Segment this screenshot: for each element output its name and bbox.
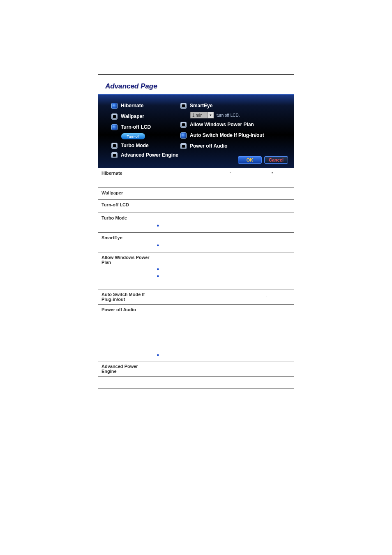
table-row: Allow Windows Power Plan ● ● — [98, 252, 294, 289]
option-auto-switch-mode[interactable]: Auto Switch Mode If Plug-in/out — [180, 132, 264, 139]
option-label: Power off Audio — [190, 143, 228, 149]
dropdown-suffix: turn off LCD. — [217, 113, 240, 118]
lcd-timeout-dropdown[interactable]: 1 min — [190, 112, 214, 118]
option-label: SmartEye — [190, 103, 212, 109]
option-label: Auto Switch Mode If Plug-in/out — [190, 132, 264, 138]
checkbox-icon[interactable] — [180, 143, 187, 149]
checkbox-icon[interactable] — [111, 124, 118, 130]
option-allow-windows-power-plan[interactable]: Allow Windows Power Plan — [180, 121, 264, 128]
option-wallpaper[interactable]: Wallpaper — [111, 113, 151, 120]
option-turnoff-lcd[interactable]: Turn-off LCD — [111, 123, 151, 131]
table-row: SmartEye ● — [98, 233, 294, 252]
table-row: Turn-off LCD — [98, 200, 294, 213]
option-hibernate[interactable]: Hibernate — [111, 102, 151, 109]
top-rule — [98, 74, 294, 75]
checkbox-icon[interactable] — [111, 113, 118, 120]
bullet-icon: ● — [157, 273, 159, 278]
turnoff-button[interactable]: Turn-off — [121, 133, 145, 139]
table-row: Wallpaper — [98, 188, 294, 200]
option-smarteye[interactable]: SmartEye — [180, 102, 264, 109]
checkbox-icon[interactable] — [111, 143, 118, 149]
option-turbo-mode[interactable]: Turbo Mode — [111, 142, 151, 149]
bullet-icon: ● — [157, 223, 159, 228]
option-label: Allow Windows Power Plan — [190, 122, 254, 127]
option-label: Wallpaper — [121, 113, 144, 119]
section-heading: Advanced Page — [105, 82, 294, 90]
bullet-icon: ● — [157, 243, 159, 247]
bullet-icon: ● — [157, 352, 159, 357]
table-row: Advanced Power Engine — [98, 361, 294, 377]
checkbox-icon[interactable] — [180, 132, 187, 139]
table-row: Auto Switch Mode If Plug-in/out , — [98, 289, 294, 305]
checkbox-icon[interactable] — [111, 152, 118, 158]
cancel-button[interactable]: Cancel — [264, 156, 288, 164]
table-row: Hibernate “ ” — [98, 168, 294, 188]
option-label: Turbo Mode — [121, 143, 149, 148]
option-label: Advanced Power Engine — [121, 152, 178, 158]
option-label: Hibernate — [121, 103, 143, 109]
checkbox-icon[interactable] — [111, 103, 118, 109]
table-row: Power off Audio ● — [98, 305, 294, 361]
bottom-rule — [98, 388, 294, 388]
settings-table: Hibernate “ ” Wallpaper Turn-off LCD Tur… — [98, 168, 294, 377]
checkbox-icon[interactable] — [180, 103, 187, 109]
option-label: Turn-off LCD — [121, 124, 151, 130]
advanced-panel: Hibernate Wallpaper Turn-off LCD Turn-of… — [98, 94, 294, 168]
bullet-icon: ● — [157, 266, 159, 271]
checkbox-icon[interactable] — [180, 122, 187, 128]
ok-button[interactable]: OK — [238, 156, 262, 164]
option-advanced-power-engine[interactable]: Advanced Power Engine — [111, 151, 178, 159]
table-row: Turbo Mode ● — [98, 213, 294, 233]
option-power-off-audio[interactable]: Power off Audio — [180, 142, 264, 150]
